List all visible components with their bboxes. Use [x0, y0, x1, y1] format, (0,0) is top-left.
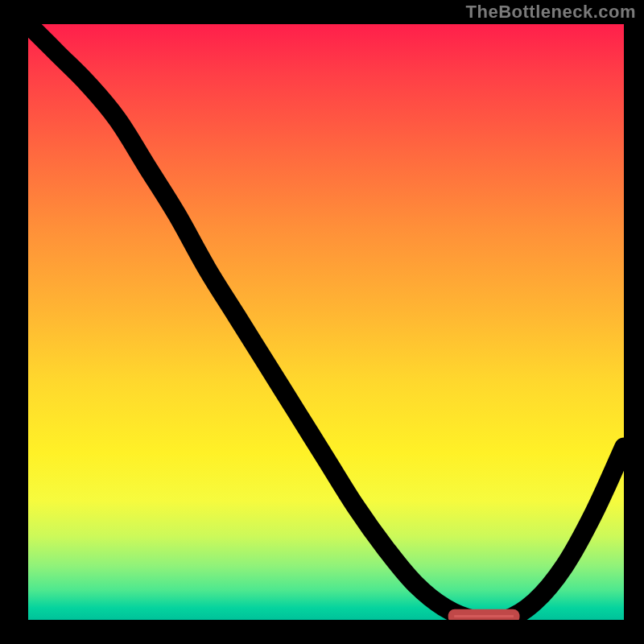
chart-svg: [28, 24, 624, 620]
bottleneck-curve: [28, 24, 624, 620]
optimal-range-marker: [451, 612, 516, 620]
plot-area: [28, 24, 624, 620]
watermark-text: TheBottleneck.com: [466, 2, 636, 23]
chart-frame: TheBottleneck.com: [0, 0, 644, 644]
